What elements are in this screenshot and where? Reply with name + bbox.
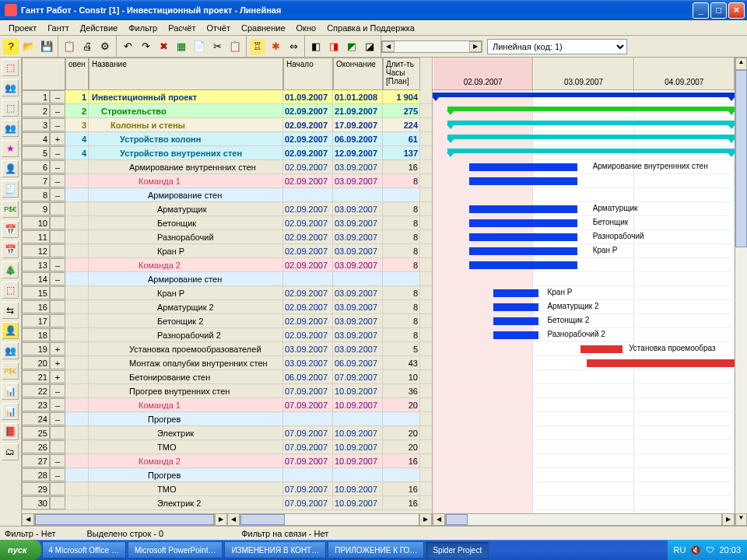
- gantt-bar[interactable]: [469, 219, 578, 227]
- table-row[interactable]: 22–Прогрев внутренних стен07.09.200710.0…: [22, 384, 432, 398]
- save-button[interactable]: 💾: [39, 39, 54, 54]
- table-row[interactable]: 12Кран Р02.09.200703.09.20078: [22, 244, 432, 258]
- open-button[interactable]: 📂: [21, 39, 37, 54]
- gantt-row[interactable]: [433, 426, 735, 440]
- side-btn-8[interactable]: P$€: [2, 201, 19, 218]
- undo-button[interactable]: ↶: [120, 39, 135, 54]
- table-hscroll[interactable]: ◀ ▶ ◀ ▶: [22, 513, 432, 526]
- scale-select[interactable]: Линейная (код: 1): [487, 39, 627, 54]
- side-btn-19[interactable]: 📕: [2, 423, 19, 440]
- gantt-row[interactable]: [433, 384, 735, 398]
- maximize-button[interactable]: □: [710, 2, 727, 19]
- side-btn-14[interactable]: 👤: [2, 322, 19, 339]
- timeline-day[interactable]: 04.09.2007: [634, 58, 735, 89]
- col-dur[interactable]: Длит-ть Часы [План]: [383, 58, 420, 90]
- col-level[interactable]: овен: [65, 58, 89, 90]
- gantt-row[interactable]: Бетонщик: [433, 216, 735, 230]
- menu-Отчёт[interactable]: Отчёт: [202, 22, 236, 34]
- menu-Сравнение[interactable]: Сравнение: [236, 22, 291, 34]
- table-row[interactable]: 27–Команда 207.09.200710.09.200716: [22, 454, 432, 468]
- gantt-bar[interactable]: [587, 359, 735, 367]
- table-row[interactable]: 21+Бетонирование стен06.09.200707.09.200…: [22, 370, 432, 384]
- gantt-body[interactable]: Армирование внутреннних стенАрматурщикБе…: [433, 90, 735, 513]
- gantt-bar[interactable]: [493, 331, 538, 339]
- menu-Расчёт[interactable]: Расчёт: [163, 22, 201, 34]
- gantt-row[interactable]: [433, 272, 735, 286]
- table-row[interactable]: 30Электрик 207.09.200710.09.200716: [22, 496, 432, 510]
- table-row[interactable]: 5–4Устройство внутренних стен02.09.20071…: [22, 146, 432, 160]
- redo-button[interactable]: ↷: [138, 39, 153, 54]
- gantt-row[interactable]: [433, 258, 735, 272]
- gantt-bar[interactable]: [469, 163, 578, 171]
- taskbar-task[interactable]: ПРИЛОЖЕНИЕ К ГО…: [328, 541, 424, 558]
- print-button[interactable]: 🖨: [79, 39, 95, 54]
- gantt-row[interactable]: [433, 398, 735, 412]
- table-row[interactable]: 3–3Колонны и стены02.09.200717.09.200722…: [22, 118, 432, 132]
- table-row[interactable]: 24–Прогрев: [22, 412, 432, 426]
- side-btn-13[interactable]: ⇆: [2, 302, 19, 319]
- gantt-bar[interactable]: [447, 107, 735, 111]
- cut-button[interactable]: ✂: [209, 39, 225, 54]
- timeline-day[interactable]: 02.09.2007: [433, 58, 533, 89]
- menu-Справка и Поддержка[interactable]: Справка и Поддержка: [321, 22, 420, 34]
- close-button[interactable]: ×: [728, 2, 745, 19]
- side-btn-20[interactable]: 🗂: [2, 443, 19, 460]
- gantt-row[interactable]: Кран Р: [433, 286, 735, 300]
- side-btn-10[interactable]: 📅: [2, 241, 19, 258]
- table-row[interactable]: 13–Команда 202.09.200703.09.20078: [22, 258, 432, 272]
- table-row[interactable]: 11Разнорабочий02.09.200703.09.20078: [22, 230, 432, 244]
- taskbar-task[interactable]: Microsoft PowerPoint…: [128, 541, 223, 558]
- side-btn-9[interactable]: 📅: [2, 221, 19, 238]
- table-row[interactable]: 16Арматурщик 202.09.200703.09.20078: [22, 300, 432, 314]
- menu-Действие[interactable]: Действие: [75, 22, 123, 34]
- timeline-day[interactable]: 03.09.2007: [533, 58, 633, 89]
- table-row[interactable]: 1–1Инвестиционный проект01.09.200701.01.…: [22, 90, 432, 104]
- report-button[interactable]: ◪: [362, 39, 377, 54]
- side-btn-2[interactable]: 👥: [2, 79, 19, 96]
- table-row[interactable]: 9Арматурщик02.09.200703.09.20078: [22, 202, 432, 216]
- gantt-row[interactable]: [433, 468, 735, 482]
- table-row[interactable]: 7–Команда 102.09.200703.09.20078: [22, 174, 432, 188]
- copy-button[interactable]: 📋: [61, 39, 77, 54]
- side-btn-16[interactable]: P$€: [2, 362, 19, 380]
- paste-button[interactable]: 📋: [227, 39, 243, 54]
- delete-button[interactable]: ✖: [156, 39, 171, 54]
- col-end[interactable]: Окончание: [333, 58, 383, 90]
- gantt-bar[interactable]: [580, 345, 622, 353]
- gantt-row[interactable]: [433, 482, 735, 496]
- toolbar-scroll[interactable]: ◀▶: [381, 40, 482, 53]
- table-row[interactable]: 4+4Устройство колонн02.09.200706.09.2007…: [22, 132, 432, 146]
- gantt-row[interactable]: [433, 132, 735, 146]
- language-indicator[interactable]: RU: [674, 545, 686, 555]
- side-btn-17[interactable]: 📊: [2, 383, 19, 400]
- gantt-row[interactable]: [433, 104, 735, 118]
- schedule-button[interactable]: ♖: [250, 39, 265, 54]
- table-row[interactable]: 14–Армирование стен: [22, 272, 432, 286]
- table-row[interactable]: 23–Команда 107.09.200710.09.200720: [22, 398, 432, 412]
- gantt-bar[interactable]: [469, 247, 578, 255]
- gantt-row[interactable]: [433, 370, 735, 384]
- table-row[interactable]: 19+Установка проемообразователей03.09.20…: [22, 342, 432, 356]
- gantt-row[interactable]: Арматурщик 2: [433, 300, 735, 314]
- gantt-bar[interactable]: [447, 149, 735, 153]
- filter1-button[interactable]: ◧: [308, 39, 324, 54]
- gantt-bar[interactable]: [469, 233, 578, 241]
- gantt-bar[interactable]: [469, 261, 578, 269]
- menu-Проект[interactable]: Проект: [3, 22, 42, 34]
- taskbar-task[interactable]: 4 Microsoft Office …: [42, 541, 126, 558]
- gantt-row[interactable]: Армирование внутреннних стен: [433, 160, 735, 174]
- chart-button[interactable]: ◩: [344, 39, 359, 54]
- gantt-bar[interactable]: [433, 93, 735, 97]
- gantt-bar[interactable]: [493, 303, 538, 311]
- gantt-row[interactable]: [433, 440, 735, 454]
- side-btn-4[interactable]: 👥: [2, 120, 19, 137]
- table-row[interactable]: 17Бетонщик 202.09.200703.09.20078: [22, 314, 432, 328]
- table-row[interactable]: 26ТМО07.09.200710.09.200720: [22, 440, 432, 454]
- table-row[interactable]: 8–Армирование стен: [22, 188, 432, 202]
- table-row[interactable]: 10Бетонщик02.09.200703.09.20078: [22, 216, 432, 230]
- gantt-row[interactable]: [433, 356, 735, 370]
- gantt-hscroll[interactable]: ◀▶: [433, 513, 735, 526]
- side-btn-12[interactable]: ⬚: [2, 282, 19, 299]
- system-tray[interactable]: RU 🔇 🛡 20:03: [668, 540, 747, 560]
- taskbar-task[interactable]: ИЗМЕНЕНИЯ В КОНТ…: [224, 541, 326, 558]
